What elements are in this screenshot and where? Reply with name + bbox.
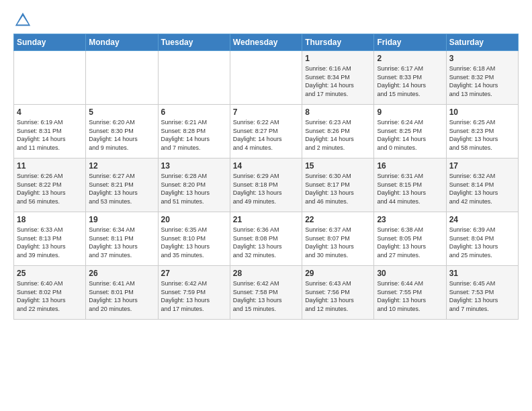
day-info: Sunrise: 6:34 AM Sunset: 8:11 PM Dayligh…	[89, 226, 154, 259]
calendar-cell	[14, 51, 86, 105]
day-info: Sunrise: 6:42 AM Sunset: 7:58 PM Dayligh…	[233, 279, 299, 313]
day-number: 4	[17, 107, 83, 117]
calendar-cell: 23Sunrise: 6:38 AM Sunset: 8:05 PM Dayli…	[374, 212, 446, 266]
day-info: Sunrise: 6:36 AM Sunset: 8:08 PM Dayligh…	[233, 226, 299, 259]
day-header-saturday: Saturday	[446, 34, 518, 51]
day-info: Sunrise: 6:23 AM Sunset: 8:26 PM Dayligh…	[305, 118, 371, 152]
day-info: Sunrise: 6:21 AM Sunset: 8:28 PM Dayligh…	[161, 118, 227, 152]
day-header-tuesday: Tuesday	[158, 34, 230, 51]
day-number: 24	[449, 215, 515, 224]
calendar-cell: 10Sunrise: 6:25 AM Sunset: 8:23 PM Dayli…	[446, 105, 518, 158]
day-number: 7	[233, 107, 299, 117]
day-info: Sunrise: 6:40 AM Sunset: 8:02 PM Dayligh…	[17, 279, 83, 313]
day-number: 22	[305, 215, 371, 224]
day-info: Sunrise: 6:42 AM Sunset: 7:59 PM Dayligh…	[161, 279, 227, 313]
calendar-cell	[158, 51, 230, 105]
day-info: Sunrise: 6:26 AM Sunset: 8:22 PM Dayligh…	[17, 172, 83, 205]
day-info: Sunrise: 6:24 AM Sunset: 8:25 PM Dayligh…	[377, 118, 443, 152]
calendar-table: SundayMondayTuesdayWednesdayThursdayFrid…	[13, 34, 519, 320]
day-info: Sunrise: 6:41 AM Sunset: 8:01 PM Dayligh…	[89, 279, 154, 313]
day-info: Sunrise: 6:43 AM Sunset: 7:56 PM Dayligh…	[305, 279, 371, 313]
calendar-cell: 7Sunrise: 6:22 AM Sunset: 8:27 PM Daylig…	[230, 105, 302, 158]
calendar-cell: 4Sunrise: 6:19 AM Sunset: 8:31 PM Daylig…	[14, 105, 86, 158]
day-number: 8	[305, 107, 371, 117]
header	[13, 11, 519, 30]
header-row: SundayMondayTuesdayWednesdayThursdayFrid…	[14, 34, 519, 51]
day-header-thursday: Thursday	[302, 34, 374, 51]
calendar-cell	[86, 51, 158, 105]
day-number: 5	[89, 107, 154, 117]
day-number: 19	[89, 215, 154, 224]
day-info: Sunrise: 6:25 AM Sunset: 8:23 PM Dayligh…	[449, 118, 515, 152]
calendar-cell: 31Sunrise: 6:45 AM Sunset: 7:53 PM Dayli…	[446, 266, 518, 320]
calendar-cell: 29Sunrise: 6:43 AM Sunset: 7:56 PM Dayli…	[302, 266, 374, 320]
page: SundayMondayTuesdayWednesdayThursdayFrid…	[0, 0, 532, 326]
day-info: Sunrise: 6:22 AM Sunset: 8:27 PM Dayligh…	[233, 118, 299, 152]
day-number: 23	[377, 215, 443, 224]
calendar-cell: 27Sunrise: 6:42 AM Sunset: 7:59 PM Dayli…	[158, 266, 230, 320]
day-number: 29	[305, 269, 371, 278]
day-number: 18	[17, 215, 83, 224]
day-info: Sunrise: 6:20 AM Sunset: 8:30 PM Dayligh…	[89, 118, 154, 152]
logo	[13, 11, 35, 30]
day-number: 2	[377, 54, 443, 63]
day-number: 3	[449, 54, 515, 63]
day-info: Sunrise: 6:37 AM Sunset: 8:07 PM Dayligh…	[305, 226, 371, 259]
day-info: Sunrise: 6:16 AM Sunset: 8:34 PM Dayligh…	[305, 64, 371, 98]
day-number: 11	[17, 161, 83, 171]
calendar-cell: 18Sunrise: 6:33 AM Sunset: 8:13 PM Dayli…	[14, 212, 86, 266]
calendar-cell: 11Sunrise: 6:26 AM Sunset: 8:22 PM Dayli…	[14, 158, 86, 212]
calendar-cell: 5Sunrise: 6:20 AM Sunset: 8:30 PM Daylig…	[86, 105, 158, 158]
calendar-cell: 19Sunrise: 6:34 AM Sunset: 8:11 PM Dayli…	[86, 212, 158, 266]
calendar-cell: 26Sunrise: 6:41 AM Sunset: 8:01 PM Dayli…	[86, 266, 158, 320]
day-header-sunday: Sunday	[14, 34, 86, 51]
day-number: 16	[377, 161, 443, 171]
day-header-monday: Monday	[86, 34, 158, 51]
day-number: 17	[449, 161, 515, 171]
day-info: Sunrise: 6:35 AM Sunset: 8:10 PM Dayligh…	[161, 226, 227, 259]
day-number: 13	[161, 161, 227, 171]
calendar-cell: 12Sunrise: 6:27 AM Sunset: 8:21 PM Dayli…	[86, 158, 158, 212]
day-number: 12	[89, 161, 154, 171]
day-number: 25	[17, 269, 83, 278]
day-info: Sunrise: 6:38 AM Sunset: 8:05 PM Dayligh…	[377, 226, 443, 259]
day-number: 26	[89, 269, 154, 278]
day-info: Sunrise: 6:19 AM Sunset: 8:31 PM Dayligh…	[17, 118, 83, 152]
calendar-cell: 22Sunrise: 6:37 AM Sunset: 8:07 PM Dayli…	[302, 212, 374, 266]
calendar-cell: 25Sunrise: 6:40 AM Sunset: 8:02 PM Dayli…	[14, 266, 86, 320]
day-number: 30	[377, 269, 443, 278]
calendar-cell: 8Sunrise: 6:23 AM Sunset: 8:26 PM Daylig…	[302, 105, 374, 158]
calendar-cell: 9Sunrise: 6:24 AM Sunset: 8:25 PM Daylig…	[374, 105, 446, 158]
day-info: Sunrise: 6:33 AM Sunset: 8:13 PM Dayligh…	[17, 226, 83, 259]
week-row-4: 18Sunrise: 6:33 AM Sunset: 8:13 PM Dayli…	[14, 212, 519, 266]
day-info: Sunrise: 6:44 AM Sunset: 7:55 PM Dayligh…	[377, 279, 443, 313]
day-number: 27	[161, 269, 227, 278]
calendar-cell: 28Sunrise: 6:42 AM Sunset: 7:58 PM Dayli…	[230, 266, 302, 320]
day-info: Sunrise: 6:28 AM Sunset: 8:20 PM Dayligh…	[161, 172, 227, 205]
day-info: Sunrise: 6:18 AM Sunset: 8:32 PM Dayligh…	[449, 64, 515, 98]
day-info: Sunrise: 6:27 AM Sunset: 8:21 PM Dayligh…	[89, 172, 154, 205]
calendar-cell: 1Sunrise: 6:16 AM Sunset: 8:34 PM Daylig…	[302, 51, 374, 105]
day-header-wednesday: Wednesday	[230, 34, 302, 51]
week-row-5: 25Sunrise: 6:40 AM Sunset: 8:02 PM Dayli…	[14, 266, 519, 320]
day-number: 14	[233, 161, 299, 171]
calendar-cell: 13Sunrise: 6:28 AM Sunset: 8:20 PM Dayli…	[158, 158, 230, 212]
day-info: Sunrise: 6:29 AM Sunset: 8:18 PM Dayligh…	[233, 172, 299, 205]
calendar-cell: 21Sunrise: 6:36 AM Sunset: 8:08 PM Dayli…	[230, 212, 302, 266]
calendar-cell: 2Sunrise: 6:17 AM Sunset: 8:33 PM Daylig…	[374, 51, 446, 105]
calendar-cell: 6Sunrise: 6:21 AM Sunset: 8:28 PM Daylig…	[158, 105, 230, 158]
day-info: Sunrise: 6:17 AM Sunset: 8:33 PM Dayligh…	[377, 64, 443, 98]
week-row-3: 11Sunrise: 6:26 AM Sunset: 8:22 PM Dayli…	[14, 158, 519, 212]
day-number: 31	[449, 269, 515, 278]
week-row-2: 4Sunrise: 6:19 AM Sunset: 8:31 PM Daylig…	[14, 105, 519, 158]
day-number: 6	[161, 107, 227, 117]
calendar-cell: 30Sunrise: 6:44 AM Sunset: 7:55 PM Dayli…	[374, 266, 446, 320]
day-number: 15	[305, 161, 371, 171]
week-row-1: 1Sunrise: 6:16 AM Sunset: 8:34 PM Daylig…	[14, 51, 519, 105]
logo-icon	[13, 11, 32, 30]
day-header-friday: Friday	[374, 34, 446, 51]
calendar-cell: 20Sunrise: 6:35 AM Sunset: 8:10 PM Dayli…	[158, 212, 230, 266]
day-number: 28	[233, 269, 299, 278]
day-info: Sunrise: 6:45 AM Sunset: 7:53 PM Dayligh…	[449, 279, 515, 313]
day-number: 10	[449, 107, 515, 117]
